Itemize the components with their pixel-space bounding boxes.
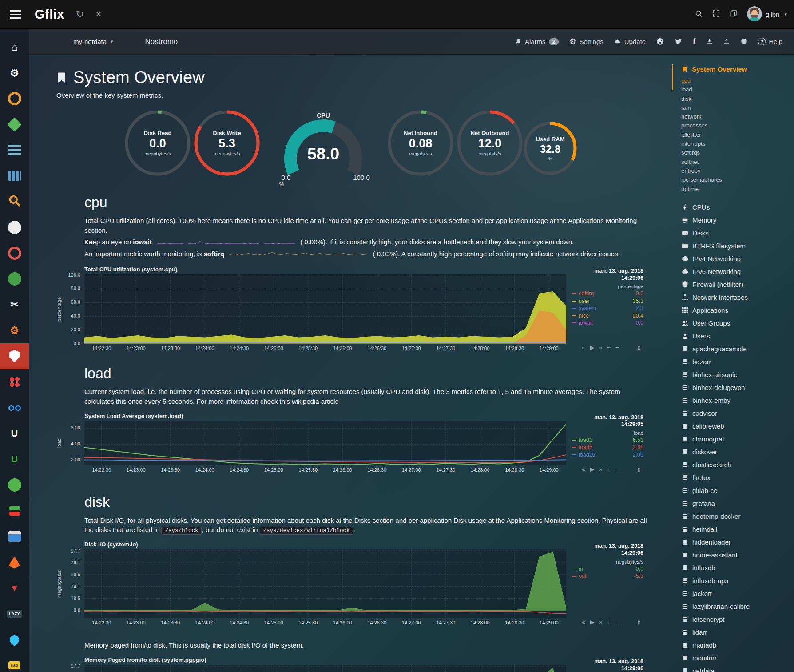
zoom-out-icon[interactable]: − [615, 619, 619, 625]
red-arrow-app-icon[interactable]: ▼ [0, 575, 29, 601]
sidebar-app-elasticsearch[interactable]: elasticsearch [681, 458, 788, 471]
legend-load5[interactable]: load52.68 [572, 444, 643, 451]
green-diamond-app-icon[interactable] [0, 111, 29, 137]
sidebar-app-lazylibrarian-calibre[interactable]: lazylibrarian-calibre [681, 600, 788, 613]
twitter-icon[interactable] [675, 38, 682, 45]
sidebar-sub-disk[interactable]: disk [681, 95, 788, 103]
sidebar-section-applications[interactable]: Applications [681, 304, 788, 317]
sidebar-app-apacheguacamole[interactable]: apacheguacamole [681, 342, 788, 355]
upload-icon[interactable] [723, 38, 730, 45]
system-io-chart[interactable]: Disk I/O (system.io)megabytes/s0.019.539… [56, 541, 673, 629]
legend-iowait[interactable]: iowait0.0 [572, 319, 643, 327]
blue-circles-app-icon[interactable] [0, 395, 29, 421]
sidebar-sub-entropy[interactable]: entropy [681, 167, 788, 175]
sidebar-app-chronograf[interactable]: chronograf [681, 433, 788, 445]
sidebar-app-cadvisor[interactable]: cadvisor [681, 407, 788, 420]
pan-right-icon[interactable]: » [599, 345, 602, 350]
update-button[interactable]: Update [614, 38, 646, 45]
green-u-app-icon[interactable]: U [0, 446, 29, 472]
white-u-app-icon[interactable]: U [0, 421, 29, 446]
sidebar-section-disks[interactable]: Disks [681, 227, 788, 239]
sidebar-app-diskover[interactable]: diskover [681, 445, 788, 458]
close-icon[interactable]: × [95, 9, 101, 19]
sidebar-section-user-groups[interactable]: User Groups [681, 317, 788, 330]
print-icon[interactable] [741, 38, 747, 45]
legend-user[interactable]: user35.3 [572, 298, 643, 305]
zoom-out-icon[interactable]: − [615, 466, 619, 472]
zoom-in-icon[interactable]: + [607, 619, 611, 625]
pan-left-icon[interactable]: « [582, 619, 585, 625]
lazy-app-icon[interactable]: LAZY [0, 601, 29, 627]
sidebar-sub-processes[interactable]: processes [681, 121, 788, 130]
wikipedia-link[interactable]: wikipedia article [292, 398, 339, 405]
scissors-icon[interactable]: ✂ [0, 292, 29, 318]
sidebar-app-heimdall[interactable]: heimdall [681, 523, 788, 536]
sidebar-sub-softnet[interactable]: softnet [681, 158, 788, 167]
sidebar-app-influxdb[interactable]: influxdb [681, 561, 788, 574]
system-pgpgio-chart[interactable]: Memory Paged from/to disk (system.pgpgio… [56, 656, 673, 672]
sidebar-app-letsencrypt[interactable]: letsencrypt [681, 613, 788, 626]
net-outbound-gauge[interactable]: Net Outbound12.0megabits/s [457, 110, 523, 176]
play-icon[interactable]: ▶ [590, 345, 594, 350]
fullscreen-icon[interactable] [712, 10, 720, 19]
help-button[interactable]: ?Help [758, 38, 782, 45]
legend-system[interactable]: system2.3 [572, 305, 643, 312]
sidebar-app-firefox[interactable]: firefox [681, 471, 788, 484]
download-icon[interactable] [706, 38, 713, 45]
zoom-in-icon[interactable]: + [607, 466, 611, 472]
sidebar-section-network-interfaces[interactable]: Network Interfaces [681, 291, 788, 304]
flame-app-icon[interactable] [0, 549, 29, 575]
sidebar-sub-uptime[interactable]: uptime [681, 185, 788, 194]
green-circle-app-icon[interactable] [0, 472, 29, 498]
sidebar-sub-cpu[interactable]: cpu [681, 76, 788, 85]
sidebar-app-binhex-emby[interactable]: binhex-emby [681, 394, 788, 407]
settings-button[interactable]: ⚙Settings [569, 38, 603, 45]
container-stack-app-icon[interactable] [0, 137, 29, 163]
play-icon[interactable]: ▶ [590, 466, 594, 472]
sidebar-app-monitorr[interactable]: monitorr [681, 652, 788, 664]
alarms-button[interactable]: Alarms 2 [515, 38, 559, 45]
sidebar-app-binhex-delugevpn[interactable]: binhex-delugevpn [681, 381, 788, 394]
orange-gear-app-icon[interactable]: ⚙ [0, 318, 29, 343]
drop-app-icon[interactable] [0, 627, 29, 652]
orange-donut-app-icon[interactable] [0, 86, 29, 111]
red-dots-app-icon[interactable] [0, 369, 29, 395]
sidebar-section-ipv4-networking[interactable]: IPv4 Networking [681, 252, 788, 265]
sab-app-icon[interactable]: sab [0, 652, 29, 672]
sidebar-section-firewall-netfilter-[interactable]: Firewall (netfilter) [681, 278, 788, 291]
sidebar-app-grafana[interactable]: grafana [681, 497, 788, 510]
facebook-icon[interactable]: f [693, 37, 695, 46]
red-ring-app-icon[interactable] [0, 240, 29, 266]
server-dropdown[interactable]: my-netdata▾ [73, 38, 113, 45]
equalizer-app-icon[interactable] [0, 163, 29, 189]
sidebar-app-home-assistant[interactable]: home-assistant [681, 549, 788, 561]
tabs-icon[interactable] [730, 10, 737, 19]
system-load-chart[interactable]: System Load Average (system.load)load2.0… [56, 413, 673, 476]
home-icon[interactable]: ⌂ [0, 34, 29, 60]
sidebar-section-btrfs-filesystem[interactable]: BTRFS filesystem [681, 239, 788, 252]
zoom-out-icon[interactable]: − [615, 345, 619, 350]
sidebar-app-jackett[interactable]: jackett [681, 587, 788, 600]
sidebar-section-ipv6-networking[interactable]: IPv6 Networking [681, 265, 788, 278]
sidebar-section-users[interactable]: Users [681, 330, 788, 342]
legend-out[interactable]: out-5.3 [572, 573, 643, 580]
sidebar-app-bazarr[interactable]: bazarr [681, 355, 788, 368]
sidebar-sub-interrupts[interactable]: interrupts [681, 139, 788, 148]
green-ball-app-icon[interactable] [0, 266, 29, 292]
sidebar-app-gitlab-ce[interactable]: gitlab-ce [681, 484, 788, 497]
search-app-icon[interactable] [0, 189, 29, 215]
net-inbound-gauge[interactable]: Net Inbound0.08megabits/s [387, 110, 454, 176]
pan-right-icon[interactable]: » [599, 466, 602, 472]
sidebar-sub-softirqs[interactable]: softirqs [681, 148, 788, 157]
legend-in[interactable]: in0.0 [572, 565, 643, 573]
sidebar-app-mariadb[interactable]: mariadb [681, 639, 788, 652]
sidebar-sub-load[interactable]: load [681, 85, 788, 94]
sidebar-section-system-overview[interactable]: System Overview [681, 65, 788, 73]
pan-left-icon[interactable]: « [582, 466, 585, 472]
github-icon[interactable] [656, 38, 664, 45]
chart-resize-handle[interactable]: ⇕ [636, 345, 642, 352]
legend-nice[interactable]: nice20.4 [572, 312, 643, 320]
play-icon[interactable]: ▶ [590, 619, 594, 625]
sidebar-sub-network[interactable]: network [681, 112, 788, 121]
chart-resize-handle[interactable]: ⇕ [636, 619, 642, 626]
